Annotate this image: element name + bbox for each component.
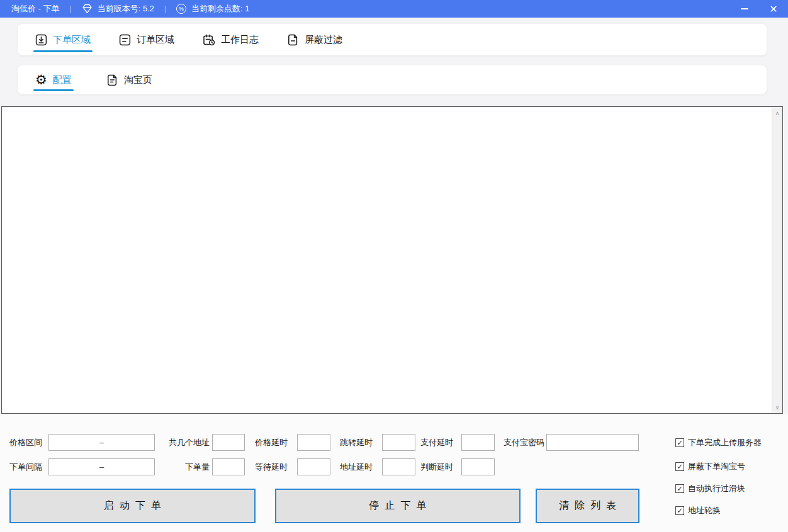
version-label: 当前版本号: 5.2 [98, 3, 154, 14]
alipay-password-input[interactable] [546, 434, 639, 451]
checkbox-label: 地址轮换 [688, 505, 721, 516]
checkmark-icon: ✓ [675, 462, 684, 471]
tab-label: 工作日志 [221, 34, 259, 46]
titlebar-separator: | [164, 4, 166, 13]
address-delay-input[interactable] [382, 458, 415, 475]
minimize-button[interactable] [730, 0, 759, 18]
price-delay-label: 价格延时 [255, 434, 288, 451]
tab-label: 淘宝页 [124, 74, 152, 86]
clear-list-button[interactable]: 清除列表 [536, 489, 639, 523]
price-range-label: 价格区间 [9, 434, 42, 451]
order-quantity-input[interactable] [212, 458, 245, 475]
tab-label: 下单区域 [53, 34, 91, 46]
stop-order-button[interactable]: 停止下单 [275, 489, 521, 523]
wait-delay-input[interactable] [297, 458, 330, 475]
pay-delay-label: 支付延时 [420, 434, 453, 451]
app-title: 淘低价 - 下单 [11, 3, 60, 14]
order-interval-input[interactable] [48, 458, 155, 475]
tab-order-list-area[interactable]: 订单区域 [119, 24, 174, 55]
jump-delay-label: 跳转延时 [340, 434, 373, 451]
titlebar-separator: | [70, 4, 72, 13]
close-button[interactable]: ✕ [759, 0, 788, 18]
address-count-label: 共几个地址 [157, 434, 210, 451]
checkbox-label: 屏蔽下单淘宝号 [688, 461, 745, 472]
checkmark-icon: ✓ [675, 438, 684, 447]
gear-icon: ⚙ [35, 74, 47, 87]
checkbox-label: 自动执行过滑块 [688, 483, 745, 494]
titlebar: 淘低价 - 下单 | 当前版本号: 5.2 | % 当前剩余点数: 1 ✕ [0, 0, 788, 18]
taobao-page-icon [106, 74, 118, 86]
start-order-button[interactable]: 启动下单 [9, 489, 256, 523]
order-quantity-label: 下单量 [157, 458, 210, 475]
tab-label: 屏蔽过滤 [305, 34, 342, 46]
alipay-password-label: 支付宝密码 [504, 434, 544, 451]
main-tab-bar: 下单区域 订单区域 工作日志 [18, 24, 767, 55]
checkmark-icon: ✓ [675, 506, 684, 515]
percent-circle-icon: % [176, 4, 186, 14]
pay-delay-input[interactable] [461, 434, 495, 451]
tab-work-log[interactable]: 工作日志 [203, 24, 259, 55]
tab-label: 配置 [53, 74, 72, 86]
list-header-divider [2, 111, 772, 111]
order-interval-label: 下单间隔 [9, 458, 42, 475]
diamond-icon [82, 4, 93, 14]
order-list-icon [119, 34, 131, 46]
window-controls: ✕ [730, 0, 788, 18]
checkbox-label: 下单完成上传服务器 [688, 437, 762, 448]
work-log-icon [203, 34, 215, 46]
checkbox-address-rotate[interactable]: ✓ 地址轮换 [675, 505, 721, 516]
judge-delay-input[interactable] [461, 458, 495, 475]
judge-delay-label: 判断延时 [420, 458, 453, 475]
checkmark-icon: ✓ [675, 484, 684, 493]
tab-taobao-page[interactable]: 淘宝页 [106, 65, 152, 94]
address-count-input[interactable] [212, 434, 245, 451]
price-range-input[interactable] [48, 434, 155, 451]
sub-tab-bar: ⚙ 配置 淘宝页 [18, 65, 767, 94]
points-label: 当前剩余点数: 1 [191, 3, 249, 14]
order-list-area[interactable]: ∧ ∨ [1, 106, 783, 414]
checkbox-block-account[interactable]: ✓ 屏蔽下单淘宝号 [675, 461, 745, 472]
button-label: 清除列表 [559, 499, 622, 513]
filter-doc-icon [287, 34, 299, 46]
vertical-scrollbar[interactable]: ∧ ∨ [772, 107, 782, 413]
button-label: 启动下单 [104, 499, 167, 513]
wait-delay-label: 等待延时 [255, 458, 288, 475]
scroll-down-arrow[interactable]: ∨ [772, 402, 782, 413]
button-label: 停止下单 [369, 499, 432, 513]
scroll-up-arrow[interactable]: ∧ [772, 108, 782, 118]
checkbox-upload-server[interactable]: ✓ 下单完成上传服务器 [675, 437, 762, 448]
checkbox-auto-slider[interactable]: ✓ 自动执行过滑块 [675, 483, 745, 494]
tab-config[interactable]: ⚙ 配置 [35, 65, 72, 94]
jump-delay-input[interactable] [382, 434, 415, 451]
address-delay-label: 地址延时 [340, 458, 373, 475]
price-delay-input[interactable] [297, 434, 330, 451]
tab-order-area[interactable]: 下单区域 [35, 24, 91, 55]
tab-block-filter[interactable]: 屏蔽过滤 [287, 24, 342, 55]
download-box-icon [35, 34, 47, 46]
tab-label: 订单区域 [137, 34, 174, 46]
